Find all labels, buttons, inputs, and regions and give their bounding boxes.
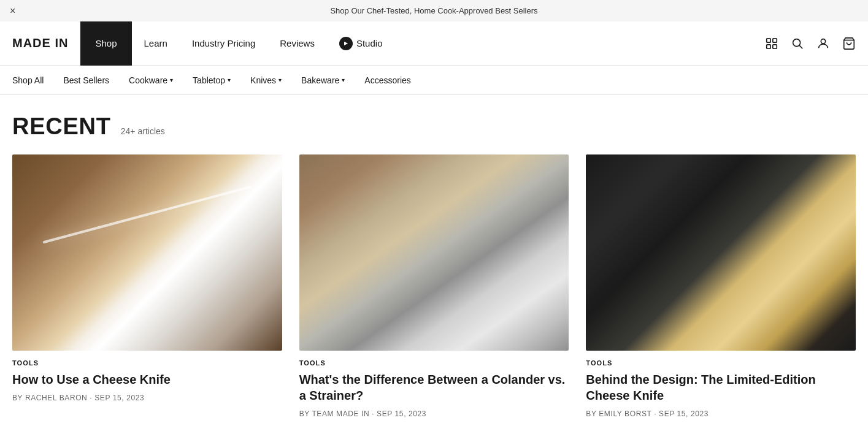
svg-point-4 xyxy=(793,39,801,46)
industry-pricing-nav-link[interactable]: Industry Pricing xyxy=(180,21,267,66)
secondary-nav: Shop All Best Sellers Cookware ▾ Tableto… xyxy=(0,66,868,95)
article-category: TOOLS xyxy=(12,359,282,367)
search-button[interactable] xyxy=(791,37,804,50)
section-title: RECENT xyxy=(12,113,111,140)
cart-icon xyxy=(842,37,856,50)
svg-rect-3 xyxy=(767,44,770,48)
knives-nav-link[interactable]: Knives ▾ xyxy=(240,66,291,95)
cookware-nav-link[interactable]: Cookware ▾ xyxy=(119,66,183,95)
article-image xyxy=(586,154,856,351)
article-date: SEP 15, 2023 xyxy=(377,410,426,418)
svg-point-6 xyxy=(821,39,825,43)
section-header: RECENT 24+ articles xyxy=(12,113,856,140)
article-title: What's the Difference Between a Colander… xyxy=(299,372,569,403)
svg-line-5 xyxy=(799,45,802,48)
best-sellers-nav-link[interactable]: Best Sellers xyxy=(53,66,119,95)
article-image xyxy=(299,154,569,351)
cart-button[interactable] xyxy=(842,37,856,50)
cookware-chevron-icon: ▾ xyxy=(170,77,173,83)
account-icon xyxy=(816,37,830,50)
article-category: TOOLS xyxy=(299,359,569,367)
tabletop-nav-link[interactable]: Tabletop ▾ xyxy=(183,66,240,95)
article-title: How to Use a Cheese Knife xyxy=(12,372,282,387)
logo[interactable]: MADE IN xyxy=(12,36,68,50)
main-nav: Shop Learn Industry Pricing Reviews Stud… xyxy=(68,21,765,66)
learn-nav-link[interactable]: Learn xyxy=(132,21,180,66)
share-button[interactable] xyxy=(765,37,778,50)
article-card[interactable]: TOOLS What's the Difference Between a Co… xyxy=(299,154,569,418)
announcement-close-button[interactable]: × xyxy=(10,6,15,17)
article-date: SEP 15, 2023 xyxy=(94,394,144,402)
article-card[interactable]: TOOLS Behind the Design: The Limited-Edi… xyxy=(586,154,856,418)
header: MADE IN Shop Learn Industry Pricing Revi… xyxy=(0,21,868,66)
studio-nav-link[interactable]: Studio xyxy=(327,21,395,66)
article-meta: BY RACHEL BARON · SEP 15, 2023 xyxy=(12,394,282,402)
header-icons xyxy=(765,37,856,50)
knives-chevron-icon: ▾ xyxy=(278,77,282,83)
shop-all-nav-link[interactable]: Shop All xyxy=(12,66,53,95)
reviews-nav-link[interactable]: Reviews xyxy=(267,21,327,66)
svg-rect-2 xyxy=(773,44,777,48)
search-icon xyxy=(791,37,804,50)
share-icon xyxy=(765,37,778,50)
article-image xyxy=(12,154,282,351)
article-author: EMILY BORST xyxy=(599,410,651,418)
announcement-bar: × Shop Our Chef-Tested, Home Cook-Approv… xyxy=(0,0,868,21)
articles-grid: TOOLS How to Use a Cheese Knife BY RACHE… xyxy=(12,154,856,418)
svg-rect-1 xyxy=(773,38,777,42)
article-meta: BY EMILY BORST · SEP 15, 2023 xyxy=(586,410,856,418)
svg-rect-0 xyxy=(767,38,770,42)
article-count: 24+ articles xyxy=(121,126,165,136)
main-content: RECENT 24+ articles TOOLS How to Use a C… xyxy=(0,95,868,423)
article-author: RACHEL BARON xyxy=(25,394,87,402)
article-card[interactable]: TOOLS How to Use a Cheese Knife BY RACHE… xyxy=(12,154,282,418)
article-title: Behind the Design: The Limited-Edition C… xyxy=(586,372,856,403)
article-date: SEP 15, 2023 xyxy=(659,410,709,418)
bakeware-chevron-icon: ▾ xyxy=(342,77,345,83)
bakeware-nav-link[interactable]: Bakeware ▾ xyxy=(291,66,355,95)
article-author: TEAM MADE IN xyxy=(312,410,369,418)
announcement-text: Shop Our Chef-Tested, Home Cook-Approved… xyxy=(330,6,537,15)
studio-play-icon xyxy=(339,37,353,50)
tabletop-chevron-icon: ▾ xyxy=(228,77,231,83)
shop-nav-button[interactable]: Shop xyxy=(80,21,131,66)
article-meta: BY TEAM MADE IN · SEP 15, 2023 xyxy=(299,410,569,418)
account-button[interactable] xyxy=(816,37,830,50)
article-category: TOOLS xyxy=(586,359,856,367)
accessories-nav-link[interactable]: Accessories xyxy=(355,66,420,95)
